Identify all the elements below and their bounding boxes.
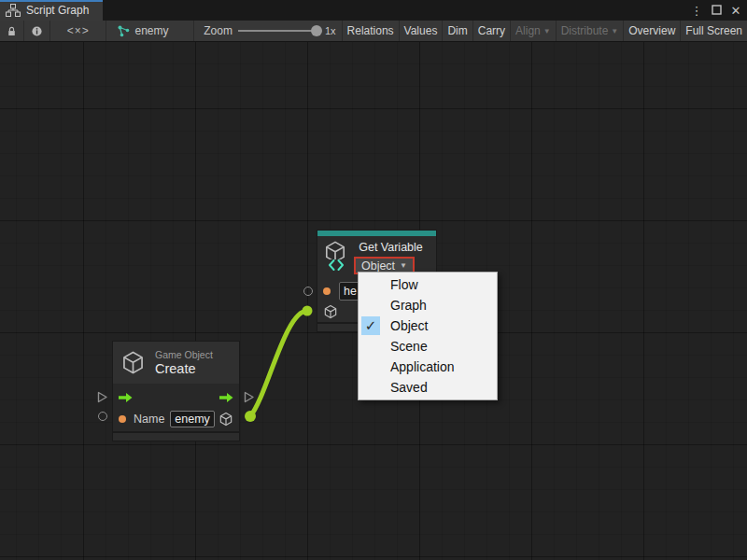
menu-item-flow[interactable]: Flow: [359, 274, 497, 295]
kind-dropdown-arrow-icon: ▼: [400, 261, 407, 270]
create-node-body: Name enemy: [113, 384, 239, 431]
create-node[interactable]: Game Object Create Name enem: [112, 341, 240, 441]
lock-button[interactable]: [0, 21, 24, 41]
relations-button[interactable]: Relations: [342, 21, 399, 41]
toolbar: <×> enemy Zoom 1x Relations Values Dim C…: [0, 21, 747, 42]
zoom-slider-handle[interactable]: [311, 25, 322, 36]
tab-active-accent: [0, 0, 103, 2]
check-icon: ✓: [361, 316, 380, 335]
menu-item-scene[interactable]: Scene: [359, 336, 497, 357]
titlebar: Script Graph ⋮ ✕: [0, 0, 747, 21]
gameobject-output-icon[interactable]: [218, 412, 233, 427]
window-controls: ⋮ ✕: [690, 0, 747, 21]
create-name-row: Name enemy: [113, 408, 239, 429]
name-port-label: Name: [134, 413, 164, 426]
window-menu-icon[interactable]: ⋮: [690, 4, 703, 18]
tab-script-graph[interactable]: Script Graph: [0, 0, 103, 21]
zoom-slider[interactable]: [238, 30, 320, 32]
align-dropdown-icon: ▼: [543, 27, 551, 35]
create-node-category: Game Object: [155, 349, 213, 360]
name-value-dot[interactable]: [119, 415, 126, 423]
variable-kind-menu: Flow Graph ✓ Object Scene Application Sa…: [358, 272, 498, 400]
variable-graph-icon: [118, 25, 130, 37]
menu-item-saved[interactable]: Saved: [359, 377, 497, 398]
graph-icon: [6, 4, 21, 17]
menu-item-application[interactable]: Application: [359, 357, 497, 377]
info-icon: [32, 25, 42, 37]
create-flow-input-port[interactable]: [97, 391, 108, 403]
menu-item-graph[interactable]: Graph: [359, 295, 497, 315]
values-button[interactable]: Values: [399, 21, 443, 41]
create-flow-row: [113, 386, 239, 408]
info-button[interactable]: [24, 21, 50, 41]
align-button[interactable]: Align▼: [510, 21, 556, 41]
variable-name: enemy: [134, 24, 168, 37]
get-variable-title: Get Variable: [359, 241, 423, 254]
wire-output-dot: [245, 411, 256, 422]
close-icon[interactable]: ✕: [729, 4, 742, 18]
menu-item-object[interactable]: ✓ Object: [359, 315, 497, 336]
getvar-name-dot[interactable]: [323, 287, 331, 295]
game-object-icon: [120, 350, 146, 375]
fullscreen-button[interactable]: Full Screen: [680, 21, 747, 41]
create-node-title: Create: [155, 361, 213, 376]
carry-button[interactable]: Carry: [472, 21, 510, 41]
lock-icon: [7, 25, 16, 37]
getvar-object-port-icon[interactable]: [323, 304, 338, 319]
getvar-name-input-port[interactable]: [303, 287, 313, 296]
create-node-footer: [113, 431, 239, 441]
tab-label: Script Graph: [26, 4, 89, 17]
graph-canvas[interactable]: Game Object Create Name enem: [0, 42, 747, 560]
name-input[interactable]: enemy: [170, 411, 215, 427]
create-flow-output-port[interactable]: [244, 391, 255, 403]
zoom-control: Zoom 1x: [194, 21, 341, 41]
maximize-icon[interactable]: [710, 4, 723, 18]
create-node-header: Game Object Create: [113, 342, 239, 384]
create-value-input-port[interactable]: [98, 412, 107, 421]
overview-button[interactable]: Overview: [623, 21, 680, 41]
zoom-label: Zoom: [204, 24, 233, 37]
variable-indicator[interactable]: enemy: [106, 21, 194, 41]
variable-code-icon: [328, 259, 345, 271]
flow-out-arrow-icon[interactable]: [219, 393, 233, 402]
distribute-dropdown-icon: ▼: [611, 27, 618, 35]
flow-in-arrow-icon[interactable]: [119, 393, 133, 402]
distribute-button[interactable]: Distribute▼: [556, 21, 624, 41]
script-graph-window: Script Graph ⋮ ✕ <×>: [0, 0, 747, 560]
code-preview-button[interactable]: <×>: [50, 21, 106, 41]
wire-input-dot: [303, 306, 313, 316]
code-icon: <×>: [67, 24, 90, 37]
dim-button[interactable]: Dim: [442, 21, 472, 41]
zoom-value: 1x: [325, 25, 336, 36]
